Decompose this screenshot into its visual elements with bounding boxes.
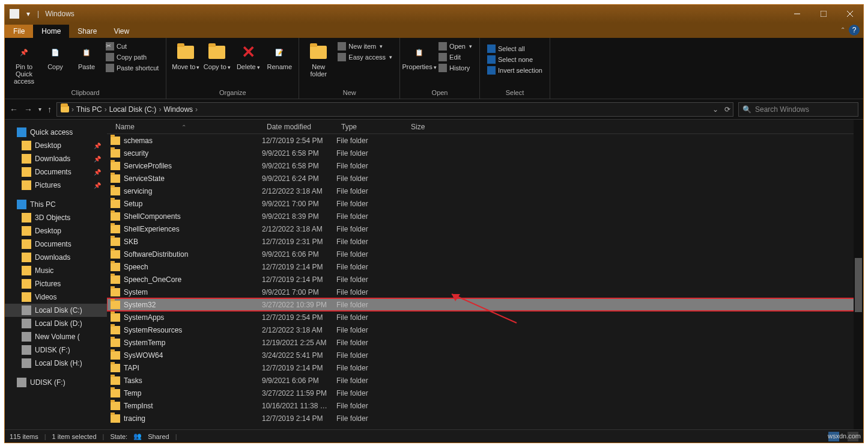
cut-button[interactable]: ✂Cut bbox=[103, 41, 161, 51]
address-bar[interactable]: › This PC› Local Disk (C:)› Windows› ⌄ ⟳ bbox=[56, 102, 733, 117]
sidebar-item[interactable]: Downloads📌 bbox=[5, 152, 107, 165]
open-icon bbox=[439, 42, 447, 51]
group-select-label: Select bbox=[485, 88, 545, 99]
file-row[interactable]: ShellComponents 9/9/2021 8:39 PM File fo… bbox=[107, 210, 863, 222]
crumb-folder[interactable]: Windows bbox=[163, 105, 193, 114]
sidebar-item[interactable]: Music bbox=[5, 264, 107, 277]
file-row[interactable]: TempInst 10/16/2021 11:38 … File folder bbox=[107, 399, 863, 412]
edit-icon bbox=[439, 53, 447, 61]
drive-icon bbox=[22, 266, 31, 275]
file-row[interactable]: TAPI 12/7/2019 2:14 PM File folder bbox=[107, 361, 863, 374]
crumb-pc[interactable]: This PC bbox=[76, 105, 102, 114]
properties-button[interactable]: 📋Properties▾ bbox=[405, 40, 434, 71]
copy-path-button[interactable]: Copy path bbox=[103, 52, 161, 62]
sidebar-item[interactable]: New Volume ( bbox=[5, 330, 107, 343]
new-item-button[interactable]: New item▾ bbox=[335, 41, 395, 51]
select-all-button[interactable]: Select all bbox=[485, 44, 545, 54]
file-row[interactable]: SystemApps 12/7/2019 2:54 PM File folder bbox=[107, 311, 863, 324]
sidebar-item[interactable]: Documents bbox=[5, 238, 107, 251]
new-folder-button[interactable]: New folder bbox=[304, 40, 333, 78]
shared-icon: 👥 bbox=[133, 432, 142, 440]
file-row[interactable]: tracing 12/7/2019 2:14 PM File folder bbox=[107, 412, 863, 425]
crumb-disk[interactable]: Local Disk (C:) bbox=[109, 105, 157, 114]
file-row[interactable]: SKB 12/7/2019 2:31 PM File folder bbox=[107, 235, 863, 248]
select-none-button[interactable]: Select none bbox=[485, 55, 545, 64]
delete-button[interactable]: ✕Delete▾ bbox=[234, 40, 263, 71]
file-row[interactable]: security 9/9/2021 6:58 PM File folder bbox=[107, 147, 863, 159]
move-to-button[interactable]: Move to▾ bbox=[171, 40, 200, 71]
scrollbar[interactable] bbox=[854, 120, 863, 429]
col-type[interactable]: Type bbox=[336, 123, 406, 131]
file-list[interactable]: Name Date modified Type Size schemas 12/… bbox=[107, 120, 863, 429]
invert-selection-button[interactable]: Invert selection bbox=[485, 66, 545, 75]
sidebar-item[interactable]: 3D Objects bbox=[5, 211, 107, 224]
sidebar-item[interactable]: Videos bbox=[5, 290, 107, 304]
search-input[interactable]: 🔍 Search Windows bbox=[738, 102, 858, 117]
sidebar-this-pc[interactable]: This PC bbox=[5, 198, 107, 211]
sidebar-item[interactable]: Pictures bbox=[5, 277, 107, 290]
file-row[interactable]: SysWOW64 3/24/2022 5:41 PM File folder bbox=[107, 349, 863, 361]
rename-button[interactable]: 📝Rename bbox=[265, 40, 294, 70]
recent-dropdown[interactable]: ▾ bbox=[38, 106, 41, 112]
file-row[interactable]: System32 3/27/2022 10:39 PM File folder bbox=[107, 298, 863, 311]
file-row[interactable]: Setup 9/9/2021 7:00 PM File folder bbox=[107, 197, 863, 210]
tab-file[interactable]: File bbox=[5, 25, 33, 38]
file-row[interactable]: ServiceState 9/9/2021 6:24 PM File folde… bbox=[107, 172, 863, 185]
file-row[interactable]: Temp 3/27/2022 11:59 PM File folder bbox=[107, 387, 863, 399]
sidebar-item[interactable]: Downloads bbox=[5, 251, 107, 264]
col-date[interactable]: Date modified bbox=[262, 123, 336, 131]
file-row[interactable]: schemas 12/7/2019 2:54 PM File folder bbox=[107, 134, 863, 147]
file-row[interactable]: ServiceProfiles 9/9/2021 6:58 PM File fo… bbox=[107, 159, 863, 172]
ribbon-collapse-icon[interactable]: ⌃ bbox=[840, 26, 845, 33]
file-row[interactable]: Speech_OneCore 12/7/2019 2:14 PM File fo… bbox=[107, 273, 863, 286]
file-row[interactable]: Tasks 9/9/2021 6:06 PM File folder bbox=[107, 374, 863, 387]
refresh-button[interactable]: ⟳ bbox=[724, 105, 730, 114]
pin-quick-access-button[interactable]: 📌Pin to Quick access bbox=[10, 40, 38, 85]
file-row[interactable]: SoftwareDistribution 9/9/2021 6:06 PM Fi… bbox=[107, 248, 863, 260]
copy-to-button[interactable]: Copy to▾ bbox=[202, 40, 231, 71]
sidebar-item[interactable]: Local Disk (C:) bbox=[5, 304, 107, 317]
file-row[interactable]: servicing 2/12/2022 3:18 AM File folder bbox=[107, 185, 863, 197]
tab-share[interactable]: Share bbox=[69, 25, 105, 38]
help-button[interactable]: ? bbox=[849, 25, 860, 35]
file-row[interactable]: System 9/9/2021 7:00 PM File folder bbox=[107, 286, 863, 298]
sidebar-item[interactable]: Local Disk (D:) bbox=[5, 317, 107, 330]
qat-button[interactable]: ▾ bbox=[22, 7, 35, 20]
scroll-thumb[interactable] bbox=[855, 258, 862, 312]
edit-button[interactable]: Edit bbox=[436, 52, 475, 62]
forward-button[interactable]: → bbox=[24, 105, 32, 114]
paste-button[interactable]: 📋Paste bbox=[72, 40, 101, 70]
file-row[interactable]: SystemTemp 12/19/2021 2:25 AM File folde… bbox=[107, 336, 863, 349]
sidebar-item[interactable]: Documents📌 bbox=[5, 165, 107, 179]
up-button[interactable]: ↑ bbox=[47, 105, 52, 114]
sidebar-item[interactable]: Local Disk (H:) bbox=[5, 357, 107, 370]
sidebar-item[interactable]: Desktop bbox=[5, 224, 107, 238]
drive-icon bbox=[22, 319, 31, 328]
col-name[interactable]: Name bbox=[111, 123, 262, 131]
select-none-icon bbox=[487, 55, 496, 64]
sidebar-quick-access[interactable]: Quick access bbox=[5, 126, 107, 139]
copy-button[interactable]: 📄Copy bbox=[41, 40, 70, 70]
minimize-button[interactable] bbox=[784, 5, 810, 23]
drive-icon bbox=[22, 332, 31, 342]
nav-tree[interactable]: Quick access Desktop📌Downloads📌Documents… bbox=[5, 120, 107, 429]
easy-access-button[interactable]: Easy access▾ bbox=[335, 52, 395, 62]
sidebar-item[interactable]: Desktop📌 bbox=[5, 139, 107, 152]
address-dropdown[interactable]: ⌄ bbox=[712, 105, 718, 114]
history-button[interactable]: History bbox=[436, 63, 475, 73]
col-size[interactable]: Size bbox=[406, 123, 454, 131]
file-row[interactable]: SystemResources 2/12/2022 3:18 AM File f… bbox=[107, 324, 863, 336]
back-button[interactable]: ← bbox=[10, 105, 18, 114]
tab-home[interactable]: Home bbox=[33, 25, 69, 38]
paste-shortcut-button[interactable]: Paste shortcut bbox=[103, 63, 161, 73]
open-button[interactable]: Open▾ bbox=[436, 41, 475, 51]
file-row[interactable]: ShellExperiences 2/12/2022 3:18 AM File … bbox=[107, 222, 863, 235]
sidebar-item[interactable]: Pictures📌 bbox=[5, 179, 107, 192]
sidebar-item[interactable]: UDISK (F:) bbox=[5, 343, 107, 357]
sidebar-udisk[interactable]: UDISK (F:) bbox=[5, 376, 107, 389]
tab-view[interactable]: View bbox=[105, 25, 138, 38]
close-button[interactable] bbox=[837, 5, 863, 23]
folder-icon bbox=[111, 149, 120, 158]
maximize-button[interactable] bbox=[810, 5, 837, 23]
file-row[interactable]: Speech 12/7/2019 2:14 PM File folder bbox=[107, 260, 863, 273]
